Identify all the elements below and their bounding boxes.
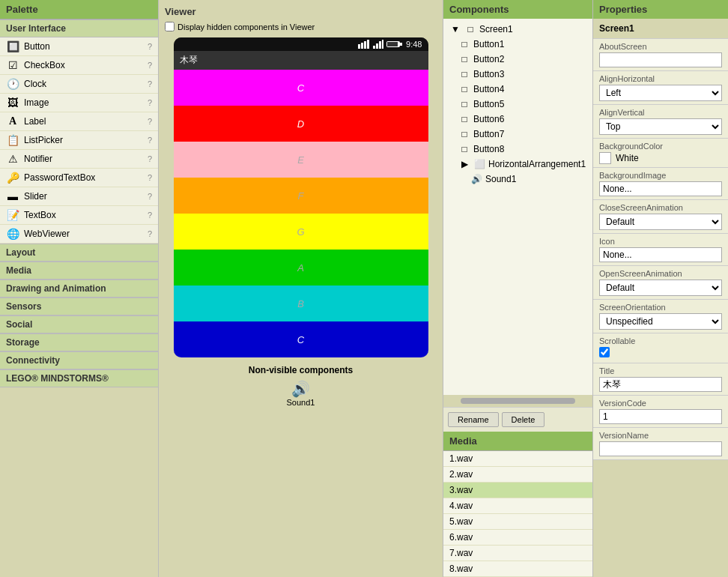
xylophone-c1-button[interactable]: C — [174, 70, 428, 106]
textbox-help[interactable]: ? — [148, 211, 152, 220]
prop-alignvertical-label: AlignVertical — [599, 108, 722, 117]
media-file-4[interactable]: 4.wav — [443, 498, 592, 514]
prop-title-input[interactable] — [599, 377, 722, 392]
media-file-5[interactable]: 5.wav — [443, 514, 592, 530]
delete-button[interactable]: Delete — [502, 412, 545, 427]
button8-icon: □ — [458, 143, 470, 155]
media-file-7[interactable]: 7.wav — [443, 546, 592, 561]
passwordtextbox-help[interactable]: ? — [148, 173, 152, 182]
section-social[interactable]: Social — [0, 315, 158, 333]
palette-item-notifier[interactable]: ⚠ Notifier ? — [0, 150, 158, 169]
comp-button7[interactable]: □ Button7 — [446, 127, 589, 142]
comp-button5[interactable]: □ Button5 — [446, 97, 589, 112]
prop-versionname-input[interactable] — [599, 441, 722, 456]
comp-sound1[interactable]: 🔊 Sound1 — [446, 172, 589, 187]
palette-item-textbox[interactable]: 📝 TextBox ? — [0, 206, 158, 225]
prop-icon-label: Icon — [599, 237, 722, 246]
clock-help[interactable]: ? — [148, 79, 152, 88]
prop-screenorientation-select[interactable]: UnspecifiedPortraitLandscapeSensor — [599, 313, 722, 330]
prop-backgroundimage-input[interactable] — [599, 181, 722, 196]
hidden-components-checkbox[interactable] — [165, 22, 175, 31]
comp-button1[interactable]: □ Button1 — [446, 37, 589, 52]
comp-button2[interactable]: □ Button2 — [446, 52, 589, 67]
xylophone-f-button[interactable]: F — [174, 178, 428, 214]
xylophone-e-button[interactable]: E — [174, 142, 428, 178]
media-file-1[interactable]: 1.wav — [443, 451, 592, 467]
image-help[interactable]: ? — [148, 98, 152, 107]
prop-alignhorizontal-select[interactable]: LeftCenterRight — [599, 85, 722, 101]
media-file-2[interactable]: 2.wav — [443, 467, 592, 483]
svg-rect-3 — [367, 40, 369, 49]
prop-closescreenanimation-select[interactable]: DefaultFadeZoom — [599, 214, 722, 230]
palette-item-image[interactable]: 🖼 Image ? — [0, 94, 158, 112]
clock-icon: 🕐 — [6, 77, 19, 91]
prop-scrollable-checkbox[interactable] — [599, 347, 610, 357]
prop-backgroundcolor: BackgroundColor White — [593, 139, 728, 168]
section-layout[interactable]: Layout — [0, 244, 158, 262]
button-help[interactable]: ? — [148, 42, 152, 51]
palette-item-passwordtextbox[interactable]: 🔑 PasswordTextBox ? — [0, 169, 158, 187]
prop-icon-input[interactable] — [599, 247, 722, 262]
palette-item-listpicker[interactable]: 📋 ListPicker ? — [0, 131, 158, 150]
prop-alignvertical-select[interactable]: TopCenterBottom — [599, 118, 722, 135]
palette-item-label[interactable]: A Label ? — [0, 112, 158, 131]
notifier-help[interactable]: ? — [148, 154, 152, 163]
image-label: Image — [24, 97, 148, 108]
palette-item-checkbox[interactable]: ☑ CheckBox ? — [0, 56, 158, 75]
palette-item-clock[interactable]: 🕐 Clock ? — [0, 75, 158, 94]
webviewer-help[interactable]: ? — [148, 229, 152, 238]
palette-item-webviewer[interactable]: 🌐 WebViewer ? — [0, 225, 158, 244]
palette-item-slider[interactable]: ▬ Slider ? — [0, 187, 158, 206]
viewer-checkbox-row: Display hidden components in Viewer — [165, 22, 437, 31]
button1-icon: □ — [458, 38, 470, 50]
section-connectivity[interactable]: Connectivity — [0, 351, 158, 369]
section-media[interactable]: Media — [0, 262, 158, 280]
comp-button8[interactable]: □ Button8 — [446, 142, 589, 157]
svg-rect-4 — [373, 46, 375, 49]
comp-screen1[interactable]: ▼ □ Screen1 — [446, 22, 589, 37]
prop-openscreenanimation-label: OpenScreenAnimation — [599, 269, 722, 278]
comp-button3[interactable]: □ Button3 — [446, 67, 589, 82]
slider-help[interactable]: ? — [148, 192, 152, 201]
xylophone-g-button[interactable]: G — [174, 214, 428, 250]
rename-button[interactable]: Rename — [448, 412, 499, 427]
section-storage[interactable]: Storage — [0, 333, 158, 351]
components-panel: Components ▼ □ Screen1 □ Button1 □ Butto… — [443, 0, 593, 577]
components-scrollbar — [461, 398, 575, 404]
comp-button4[interactable]: □ Button4 — [446, 82, 589, 97]
section-sensors[interactable]: Sensors — [0, 297, 158, 315]
section-drawing[interactable]: Drawing and Animation — [0, 280, 158, 297]
palette-item-button[interactable]: 🔲 Button ? — [0, 37, 158, 56]
phone-screen: C D E F G A B C — [174, 70, 428, 357]
button4-icon: □ — [458, 83, 470, 95]
xylophone-d-button[interactable]: D — [174, 106, 428, 142]
comp-horizontal-arrangement[interactable]: ▶ ⬜ HorizontalArrangement1 — [446, 157, 589, 172]
media-file-3[interactable]: 3.wav — [443, 483, 592, 498]
button3-label: Button3 — [473, 69, 504, 79]
comp-button6[interactable]: □ Button6 — [446, 112, 589, 127]
webviewer-icon: 🌐 — [6, 227, 19, 241]
prop-versioncode-input[interactable] — [599, 409, 722, 424]
notifier-label: Notifier — [24, 154, 148, 164]
viewer-panel: Viewer Display hidden components in View… — [159, 0, 443, 577]
media-file-8[interactable]: 8.wav — [443, 561, 592, 577]
section-lego[interactable]: LEGO® MINDSTORMS® — [0, 369, 158, 387]
media-file-6[interactable]: 6.wav — [443, 530, 592, 546]
prop-screenorientation: ScreenOrientation UnspecifiedPortraitLan… — [593, 300, 728, 333]
prop-aboutscreen-input[interactable] — [599, 52, 722, 67]
components-header: Components — [443, 0, 592, 19]
sound1-item[interactable]: 🔊 Sound1 — [165, 380, 437, 407]
phone-status-bar: 9:48 — [174, 37, 428, 51]
xylophone-a-button[interactable]: A — [174, 250, 428, 286]
xylophone-b-button[interactable]: B — [174, 286, 428, 321]
xylophone-c2-button[interactable]: C — [174, 321, 428, 357]
button4-label: Button4 — [473, 84, 504, 94]
prop-backgroundcolor-value[interactable]: White — [599, 152, 722, 164]
section-user-interface[interactable]: User Interface — [0, 19, 158, 37]
checkbox-help[interactable]: ? — [148, 61, 152, 70]
listpicker-icon: 📋 — [6, 133, 19, 147]
prop-versioncode: VersionCode — [593, 396, 728, 428]
listpicker-help[interactable]: ? — [148, 136, 152, 145]
label-help[interactable]: ? — [148, 117, 152, 126]
prop-openscreenanimation-select[interactable]: DefaultFadeZoom — [599, 280, 722, 296]
